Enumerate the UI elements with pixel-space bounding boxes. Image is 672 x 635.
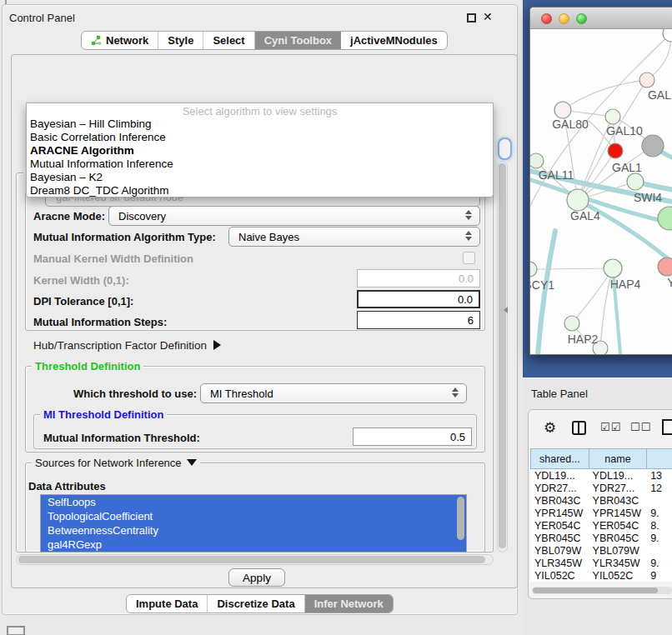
table-cell: YDL19...	[589, 469, 647, 482]
focused-combo-edge[interactable]	[498, 138, 512, 160]
network-node[interactable]	[627, 173, 644, 190]
network-node-label: SWI4	[634, 191, 662, 204]
dpi-tolerance-field[interactable]: 0.0	[357, 290, 480, 308]
close-traffic-light-icon[interactable]	[541, 13, 552, 24]
tab-label: Cyni Toolbox	[264, 34, 332, 47]
mi-steps-field[interactable]: 6	[357, 311, 480, 329]
manual-kernel-checkbox[interactable]	[463, 252, 475, 264]
network-node[interactable]	[554, 102, 571, 118]
bottom-tab-discretize-data[interactable]: Discretize Data	[208, 595, 304, 612]
table-row[interactable]: YBL079WYBL079W	[530, 544, 672, 557]
data-attribute-item[interactable]: BetweennessCentrality	[41, 523, 466, 538]
settings-horizontal-scrollbar[interactable]	[16, 554, 494, 565]
table-cell: YLR345W	[530, 557, 589, 569]
network-node-label: HAP4	[610, 278, 641, 291]
minimize-traffic-light-icon[interactable]	[559, 13, 569, 24]
data-attribute-item[interactable]: gal4RGexp	[41, 538, 466, 552]
network-node[interactable]	[658, 258, 672, 276]
network-node[interactable]	[530, 262, 537, 277]
document-icon[interactable]	[662, 419, 672, 435]
tab-select[interactable]: Select	[203, 32, 254, 49]
select-checked-icon[interactable]: ☑☑	[600, 421, 621, 433]
table-column-header[interactable]: shared...	[530, 448, 589, 469]
algorithm-popup-items: Bayesian – Hill ClimbingBasic Correlatio…	[27, 118, 493, 198]
network-window-titlebar[interactable]	[530, 8, 672, 29]
table-row[interactable]: YER054CYER054C8.	[530, 519, 672, 532]
which-threshold-combo[interactable]: MI Threshold	[200, 383, 467, 403]
close-icon[interactable]: ✕	[483, 10, 493, 23]
table-row[interactable]: YBR043CYBR043C	[530, 494, 672, 507]
bottom-tab-infer-network[interactable]: Infer Network	[305, 595, 393, 612]
table-row[interactable]: YLR345WYLR345W9.	[530, 557, 672, 569]
kernel-width-field[interactable]: 0.0	[357, 269, 480, 288]
algorithm-option[interactable]: Bayesian – Hill Climbing	[27, 118, 493, 131]
algorithm-option[interactable]: Basic Correlation Inference	[27, 131, 493, 144]
tab-cyni-toolbox[interactable]: Cyni Toolbox	[255, 32, 341, 49]
combo-arrows-icon	[464, 231, 472, 241]
table-cell: YBR043C	[589, 494, 647, 507]
tab-style[interactable]: Style	[158, 32, 203, 49]
columns-icon[interactable]	[572, 421, 586, 435]
apply-button-label: Apply	[243, 572, 271, 584]
float-panel-icon[interactable]	[467, 13, 476, 22]
table-cell: YDR27...	[530, 482, 589, 494]
algorithm-option[interactable]: ARACNE Algorithm	[27, 144, 493, 158]
network-node[interactable]	[604, 259, 622, 278]
table-header-row: shared...name	[530, 448, 672, 469]
mi-type-combo[interactable]: Naive Bayes	[228, 227, 480, 247]
network-canvas[interactable]: GALGAL80GAL10GAL1GAL11SWI4GAL4GCY1HAP4YH…	[530, 29, 672, 355]
table-row[interactable]: YDR27...YDR27...12	[530, 482, 672, 494]
table-cell: YER054C	[589, 519, 647, 532]
tab-jactivemnodules[interactable]: jActiveMNodules	[341, 32, 447, 49]
algorithm-option[interactable]: Dream8 DC_TDC Algorithm	[27, 184, 493, 198]
algorithm-option[interactable]: Bayesian – K2	[27, 171, 493, 184]
data-attribute-item[interactable]: SelfLoops	[41, 495, 466, 509]
list-scrollbar[interactable]	[457, 497, 464, 540]
gear-icon[interactable]: ⚙	[544, 419, 556, 437]
bottom-tab-impute-data[interactable]: Impute Data	[127, 595, 208, 612]
mi-steps-value: 6	[468, 314, 474, 327]
tab-label: Select	[213, 34, 244, 47]
network-node[interactable]	[567, 189, 589, 211]
tab-network[interactable]: Network	[82, 32, 158, 49]
panel-divider-grip[interactable]	[504, 307, 508, 313]
table-row[interactable]: YIL052CYIL052C9	[530, 569, 672, 582]
select-unchecked-icon[interactable]: ☐☐	[630, 421, 651, 433]
data-attributes-list[interactable]: SelfLoopsTopologicalCoefficientBetweenne…	[40, 494, 467, 552]
mi-threshold-group-title: MI Threshold Definition	[40, 408, 167, 421]
which-threshold-label: Which threshold to use:	[73, 388, 197, 400]
table-cell: YBR045C	[530, 532, 589, 544]
aracne-mode-combo[interactable]: Discovery	[108, 206, 480, 226]
network-node[interactable]	[530, 153, 544, 168]
network-node[interactable]	[639, 72, 654, 88]
hub-definition-toggle[interactable]: Hub/Transcription Factor Definition	[33, 339, 221, 352]
control-panel-title: Control Panel	[9, 12, 75, 24]
table-column-header[interactable]	[646, 448, 672, 469]
network-node[interactable]	[642, 135, 664, 157]
algorithm-dropdown-popup: Select algorithm to view settings Bayesi…	[26, 102, 494, 198]
zoom-traffic-light-icon[interactable]	[576, 13, 587, 24]
table-cell: YBL079W	[530, 544, 589, 557]
dpi-tolerance-label: DPI Tolerance [0,1]:	[33, 295, 133, 308]
algorithm-popup-placeholder: Select algorithm to view settings	[27, 103, 493, 118]
algorithm-option[interactable]: Mutual Information Inference	[27, 158, 493, 171]
data-attribute-item[interactable]: TopologicalCoefficient	[41, 509, 466, 523]
settings-vertical-scrollbar[interactable]	[497, 161, 508, 552]
network-node[interactable]	[608, 143, 623, 158]
sources-group-title[interactable]: Sources for Network Inference	[32, 457, 200, 469]
table-column-header[interactable]: name	[589, 448, 647, 469]
table-cell: YPR145W	[530, 507, 589, 519]
cytoscape-desktop: GALGAL80GAL10GAL1GAL11SWI4GAL4GCY1HAP4YH…	[523, 0, 672, 378]
table-cell: YIL052C	[530, 569, 589, 582]
table-row[interactable]: YPR145WYPR145W9.	[530, 507, 672, 519]
docked-panel-icon[interactable]	[7, 626, 25, 635]
table-row[interactable]: YBR045CYBR045C9.	[530, 532, 672, 544]
network-node[interactable]	[658, 207, 672, 230]
table-row[interactable]: YDL19...YDL19...13	[530, 469, 672, 482]
mi-threshold-field[interactable]: 0.5	[353, 428, 472, 446]
table-horizontal-scrollbar[interactable]	[532, 587, 672, 594]
apply-button[interactable]: Apply	[228, 568, 285, 587]
network-node[interactable]	[564, 316, 579, 331]
table-cell	[646, 494, 672, 507]
network-node[interactable]	[605, 109, 620, 124]
